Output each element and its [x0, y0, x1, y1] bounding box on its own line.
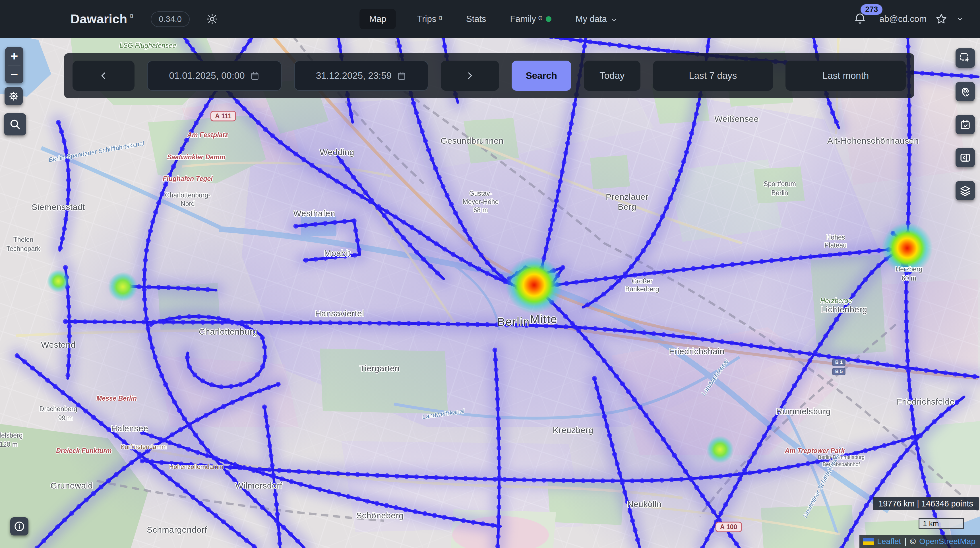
map-label: Herzberge [820, 297, 852, 304]
map-label: Neukölln [627, 499, 662, 509]
chevron-left-icon [99, 71, 108, 81]
map-label: Dreieck Funkturm [56, 447, 112, 454]
map-label: Gesundbrunnen [441, 136, 504, 145]
map-label: Westend [41, 340, 75, 349]
map-label: Thelen [13, 236, 33, 243]
star-icon [935, 13, 948, 25]
layers-icon [959, 185, 971, 197]
next-range-button[interactable] [441, 61, 499, 91]
map-label: Grunewald [50, 481, 93, 490]
visited-places-button[interactable] [956, 82, 975, 101]
map-label: Halensee [111, 424, 148, 433]
map-label: Wilmersdorf [235, 481, 282, 490]
map-label: Berlin [772, 189, 788, 197]
map-label: Drachenberg [40, 405, 77, 413]
zoom-in-button[interactable]: + [5, 47, 23, 65]
area-selection-button[interactable] [956, 48, 975, 68]
map-label: Gustav- [469, 190, 492, 197]
map-label: Berlin [497, 315, 530, 328]
nav-tab-family[interactable]: Familyα [508, 9, 555, 29]
distance-points-stats: 19776 km | 146346 points [873, 497, 979, 510]
map-label: Kurfürstendamm [121, 443, 167, 451]
navbar: Dawarich α 0.34.0 Map Tripsα Stats Famil… [0, 0, 980, 38]
map-label: 99 m [58, 414, 73, 422]
navbar-right: 273 ab@cd.com [853, 12, 964, 27]
road-shield: B 5 [832, 368, 845, 375]
collapse-panel-button[interactable] [956, 148, 975, 167]
area-select-icon [959, 52, 971, 64]
map-label: Hohenzollerndamm [169, 463, 224, 470]
chevron-down-icon [610, 16, 618, 24]
nav-tab-trips[interactable]: Tripsα [414, 9, 445, 29]
visited-places-icon [959, 86, 971, 97]
calendar-icon [397, 71, 406, 81]
map-label: Teufelsberg [0, 432, 22, 439]
notifications-button[interactable]: 273 [853, 12, 867, 27]
map-label: Charlottenburg [199, 327, 257, 336]
map-label: Herzberg [896, 266, 923, 273]
attribution-divider: | [904, 537, 906, 546]
map-label: Hohes [826, 234, 845, 241]
date-range-toolbar: 01.01.2025, 00:00 31.12.2025, 23:59 Sear… [64, 53, 914, 98]
map-label: Berg [618, 202, 636, 212]
user-email: ab@cd.com [879, 14, 926, 24]
info-icon [13, 520, 25, 532]
map-info-button[interactable] [10, 517, 29, 535]
map-label: Plateau [824, 242, 846, 249]
map-search-button[interactable] [4, 113, 26, 135]
notifications-count-badge: 273 [861, 4, 883, 15]
map-label: Mitte [530, 313, 558, 325]
family-status-dot [546, 16, 552, 22]
family-alpha-sup: α [538, 14, 542, 21]
map-scale-control: 1 km [919, 518, 964, 529]
app-logo[interactable]: Dawarich α [70, 12, 133, 26]
main-nav: Map Tripsα Stats Familyα My data [360, 9, 620, 29]
copyright-symbol: © [910, 537, 916, 546]
map-label: Meyer-Höhe [463, 198, 499, 206]
map-label: Friedrichsfelde [897, 397, 955, 406]
map-label: Bunkerberg [625, 285, 659, 293]
ukraine-flag-icon [863, 538, 873, 545]
nav-tab-my-data[interactable]: My data [573, 9, 620, 29]
last-month-button[interactable]: Last month [786, 61, 906, 91]
map-settings-button[interactable] [5, 87, 23, 105]
search-button[interactable]: Search [512, 61, 571, 91]
map-label: Tiergarten [360, 364, 400, 373]
calendar-check-icon [959, 119, 971, 131]
last-7-days-button[interactable]: Last 7 days [653, 61, 773, 91]
road-shield: B 1 [832, 359, 845, 366]
version-badge: 0.34.0 [151, 11, 190, 27]
gear-icon [7, 90, 20, 102]
leaflet-link[interactable]: Leaflet [877, 537, 901, 546]
map-label: Am Festplatz [187, 131, 228, 139]
chevron-right-icon [465, 71, 475, 81]
magnifier-icon [8, 118, 22, 131]
map-label: Hansaviertel [315, 309, 364, 318]
map-label: Rummelsburg [776, 406, 831, 416]
layers-button[interactable] [956, 181, 975, 200]
favorites-button[interactable] [935, 13, 948, 25]
end-date-input[interactable]: 31.12.2025, 23:59 [294, 61, 428, 91]
map-label: 120 m [0, 441, 18, 448]
map-label: Charlottenburg- [165, 191, 210, 199]
map-label: Lichtenberg [821, 305, 867, 314]
prev-range-button[interactable] [73, 61, 135, 91]
nav-tab-map[interactable]: Map [360, 9, 396, 29]
map-label: Sportforum [764, 180, 796, 188]
nav-tab-stats[interactable]: Stats [463, 9, 489, 29]
map-label: 68 m [473, 206, 488, 213]
today-button[interactable]: Today [584, 61, 640, 91]
osm-link[interactable]: OpenStreetMap [919, 537, 975, 546]
collapse-panel-icon [959, 152, 971, 164]
zoom-out-button[interactable]: − [5, 65, 23, 83]
user-menu-button[interactable] [956, 15, 964, 23]
start-date-input[interactable]: 01.01.2025, 00:00 [147, 61, 281, 91]
theme-toggle[interactable] [206, 13, 218, 25]
map-label: Großer [632, 277, 653, 285]
sun-icon [206, 13, 218, 25]
calendar-panel-button[interactable] [956, 115, 975, 134]
map-label: Schmargendorf [147, 525, 207, 534]
map-label: 60 m [902, 274, 916, 282]
map-label: Messe Berlin [96, 395, 137, 402]
map-label: Saatwinkler Damm [167, 153, 226, 161]
